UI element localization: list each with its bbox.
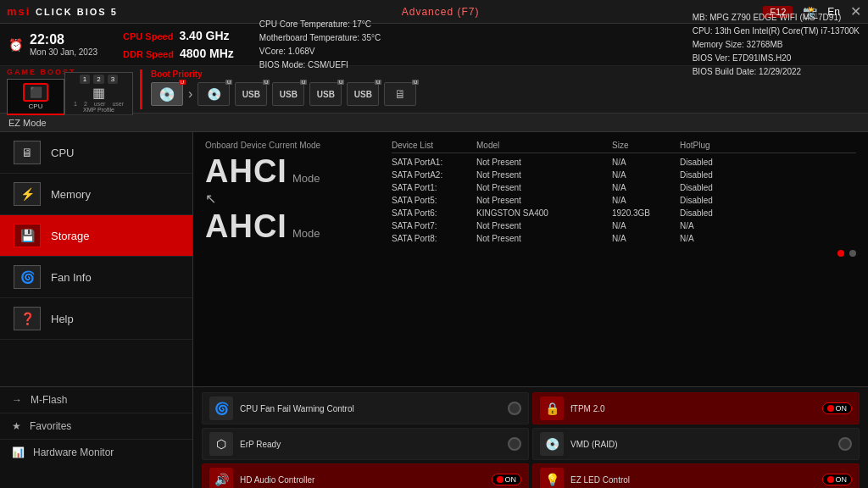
boot-device-7[interactable]: 🖥 U — [384, 82, 416, 106]
mb-temp: Motherboard Temperature: 35°C — [259, 31, 667, 45]
xmp-profile-label: XMP Profile — [83, 107, 114, 113]
cpu-icon: 🖥 — [14, 141, 41, 164]
ahci-mode-2: AHCI Mode — [205, 210, 375, 242]
cpu-tab-icon: ⬛ — [23, 83, 48, 102]
boot-devices: 💿 U › 💿 U USB U USB U USB U USB U — [151, 82, 860, 106]
page-dot-2[interactable] — [849, 250, 856, 257]
table-body: SATA PortA1: Not Present N/A Disabled SA… — [392, 156, 856, 245]
clock-section: ⏰ 22:08 Mon 30 Jan, 2023 — [8, 32, 97, 57]
xmp-num-3: 3 — [108, 75, 118, 84]
page-dot-1[interactable] — [837, 250, 844, 257]
ez-mode-label: EZ Mode — [8, 118, 47, 128]
hwmonitor-icon: 📊 — [12, 446, 25, 458]
ahci-text-1: AHCI — [205, 155, 287, 187]
sidebar-item-cpu[interactable]: 🖥 CPU — [0, 132, 192, 174]
feature-item-vmd[interactable]: 💿 VMD (RAID) — [532, 428, 860, 460]
memory-size: Memory Size: 32768MB — [693, 38, 860, 52]
mflash-label: M-Flash — [31, 394, 67, 406]
mode-text-1: Mode — [292, 172, 320, 185]
gameboost-row: GAME BOOST ⬛ CPU 1 2 3 ▦ 1 — [0, 66, 868, 114]
cursor-icon: ↖ — [205, 191, 375, 207]
content-area: Onboard Device Current Mode AHCI Mode ↖ … — [193, 132, 868, 386]
feature-icon-cpu-fan-warning: 🌀 — [209, 396, 233, 420]
toggle-on-ez-led[interactable]: ON — [822, 474, 853, 485]
favorites-label: Favorites — [30, 420, 71, 432]
col-hotplug: HotPlug — [680, 141, 748, 150]
toggle-on-ftpm[interactable]: ON — [822, 402, 853, 414]
cpu-tab-label: CPU — [29, 103, 43, 110]
feature-item-hd-audio[interactable]: 🔊 HD Audio Controller ON — [202, 463, 529, 488]
feature-label-vmd: VMD (RAID) — [570, 440, 832, 449]
sidebar-item-storage[interactable]: 💾 Storage — [0, 215, 192, 257]
tab-cpu[interactable]: ⬛ CPU — [7, 79, 64, 115]
bottom-section: → M-Flash ★ Favorites 📊 Hardware Monitor… — [0, 386, 868, 488]
toggle-on-hd-audio[interactable]: ON — [492, 474, 522, 485]
device-table-container: Device List Model Size HotPlug SATA Port… — [392, 141, 856, 257]
storage-icon: 💾 — [14, 224, 41, 247]
xmp-num-2: 2 — [93, 75, 103, 84]
feature-label-hd-audio: HD Audio Controller — [240, 475, 485, 485]
feature-label-ftpm: fTPM 2.0 — [570, 404, 815, 413]
col-size: Size — [612, 141, 680, 150]
xmp-num-1: 1 — [80, 75, 90, 84]
boot-priority-section: Boot Priority 💿 U › 💿 U USB U USB U USB — [142, 66, 868, 113]
boot-device-4[interactable]: USB U — [272, 82, 304, 106]
feature-label-cpu-fan-warning: CPU Fan Fail Warning Control — [240, 404, 501, 413]
table-row: SATA Port7: Not Present N/A N/A — [392, 219, 856, 232]
feature-label-ez-led: EZ LED Control — [570, 475, 815, 485]
sidebar-item-fan[interactable]: 🌀 Fan Info — [0, 257, 192, 298]
hwmonitor-item[interactable]: 📊 Hardware Monitor — [0, 440, 192, 465]
gameboost-section: GAME BOOST ⬛ CPU 1 2 3 ▦ 1 — [0, 66, 140, 113]
sidebar-cpu-label: CPU — [51, 147, 74, 159]
boot-device-2[interactable]: 💿 U — [198, 82, 230, 106]
sidebar-help-label: Help — [51, 313, 74, 325]
boot-device-5[interactable]: USB U — [309, 82, 342, 106]
table-row: SATA Port5: Not Present N/A Disabled — [392, 194, 856, 207]
col-model: Model — [476, 141, 612, 150]
xmp-sub3: user — [94, 101, 106, 107]
toggle-off-erp[interactable] — [508, 437, 521, 451]
tab-xmp[interactable]: 1 2 3 ▦ 1 2 user user XMP Profile — [64, 72, 133, 115]
boot-priority-label: Boot Priority — [151, 69, 860, 79]
favorites-icon: ★ — [12, 420, 21, 432]
clock-date: Mon 30 Jan, 2023 — [30, 47, 97, 57]
clock-icon: ⏰ — [8, 38, 23, 52]
feature-grid: 🌀 CPU Fan Fail Warning Control 🔒 fTPM 2.… — [193, 387, 868, 488]
xmp-sub2: 2 — [84, 101, 87, 107]
sidebar-item-help[interactable]: ❓ Help — [0, 298, 192, 340]
xmp-sub4: user — [112, 101, 124, 107]
col-device: Device List — [392, 141, 476, 150]
table-header: Device List Model Size HotPlug — [392, 141, 856, 153]
feature-item-cpu-fan-warning[interactable]: 🌀 CPU Fan Fail Warning Control — [202, 392, 529, 424]
toggle-off-cpu-fan-warning[interactable] — [508, 402, 521, 415]
sidebar-storage-label: Storage — [51, 230, 90, 242]
table-row: SATA PortA1: Not Present N/A Disabled — [392, 156, 856, 169]
boot-device-1[interactable]: 💿 U — [151, 82, 183, 106]
ahci-text-2: AHCI — [205, 210, 287, 242]
boot-device-6[interactable]: USB U — [347, 82, 379, 106]
mode-label: Advanced (F7) — [402, 6, 480, 18]
boot-arrow: › — [188, 86, 192, 102]
main-area: 🖥 CPU ⚡ Memory 💾 Storage 🌀 Fan Info ❓ — [0, 132, 868, 386]
bios-version: BIOS Ver: E7D91IMS.H20 — [693, 52, 860, 65]
sidebar-memory-label: Memory — [51, 188, 91, 201]
boot-device-3[interactable]: USB U — [235, 82, 267, 106]
toggle-off-vmd[interactable] — [838, 437, 852, 451]
favorites-item[interactable]: ★ Favorites — [0, 413, 192, 440]
mflash-item[interactable]: → M-Flash — [0, 387, 192, 413]
feature-item-erp[interactable]: ⬡ ErP Ready — [202, 428, 529, 460]
cpu-speed-label: CPU Speed — [123, 31, 173, 42]
clock-time: 22:08 — [30, 32, 97, 47]
ez-mode-bar: EZ Mode — [0, 114, 868, 132]
hwmonitor-label: Hardware Monitor — [33, 446, 114, 458]
fan-icon: 🌀 — [14, 265, 41, 289]
sidebar-item-memory[interactable]: ⚡ Memory — [0, 174, 192, 215]
feature-item-ez-led[interactable]: 💡 EZ LED Control ON — [532, 463, 860, 488]
sysinfo-left: CPU Core Temperature: 17°C Motherboard T… — [259, 18, 667, 72]
table-row: SATA Port6: KINGSTON SA400 1920.3GB Disa… — [392, 207, 856, 219]
vcore: VCore: 1.068V — [259, 45, 667, 58]
help-icon: ❓ — [14, 307, 41, 330]
feature-item-ftpm[interactable]: 🔒 fTPM 2.0 ON — [532, 392, 860, 424]
sidebar-fan-label: Fan Info — [51, 271, 92, 284]
ahci-mode-1: AHCI Mode — [205, 155, 375, 187]
